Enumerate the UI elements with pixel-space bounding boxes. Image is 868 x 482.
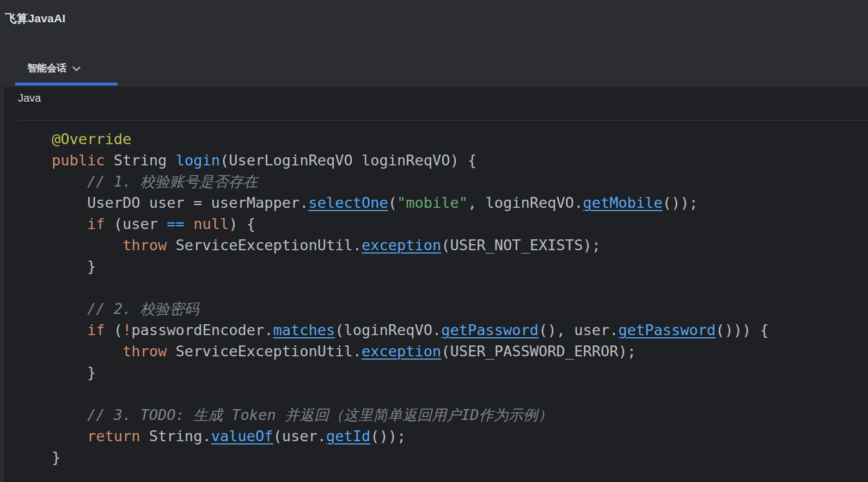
code-token: String [105, 152, 176, 169]
code-token: "mobile" [397, 194, 468, 211]
code-token: == [167, 215, 185, 232]
code-token: (loginReqVO. [335, 322, 441, 338]
code-token: ( [105, 322, 123, 338]
code-token: throw [123, 237, 167, 254]
code-line: } [16, 362, 868, 383]
code-token: if [87, 322, 105, 338]
code-token: (UserLoginReqVO loginReqVO) { [220, 152, 476, 169]
code-block: Java @Override public String login(UserL… [4, 87, 868, 482]
code-line: } [16, 447, 868, 468]
code-token: (user. [273, 428, 326, 444]
code-token: // 2. 校验密码 [16, 300, 199, 317]
code-token: , loginReqVO. [468, 194, 583, 211]
code-token: } [16, 449, 60, 466]
code-token [16, 322, 87, 338]
code-token: // 1. 校验账号是否存在 [16, 173, 258, 190]
code-token: ServiceExceptionUtil. [167, 343, 362, 360]
code-token: selectOne [308, 194, 388, 211]
code-token: valueOf [211, 428, 273, 444]
code-token: (), user. [539, 322, 618, 338]
code-line: @Override [16, 128, 868, 150]
code-token: getMobile [583, 194, 662, 211]
code-token: passwordEncoder. [131, 322, 273, 338]
code-token: ()); [663, 194, 698, 211]
code-content: @Override public String login(UserLoginR… [16, 128, 868, 468]
code-token: (USER_PASSWORD_ERROR); [441, 343, 636, 360]
code-token: @Override [52, 131, 131, 147]
code-token: UserDO user = userMapper. [16, 194, 308, 211]
code-line: return String.valueOf(user.getId()); [16, 425, 868, 447]
code-token: ) { [229, 215, 255, 232]
app-title: 飞算JavaAI [5, 11, 65, 26]
code-token: ServiceExceptionUtil. [167, 237, 362, 254]
code-token [16, 428, 87, 444]
code-token: ()); [370, 428, 406, 444]
code-line: throw ServiceExceptionUtil.exception(USE… [16, 234, 868, 256]
code-line [16, 383, 868, 404]
code-line: // 3. TODO: 生成 Token 并返回（这里简单返回用户ID作为示例） [16, 404, 868, 425]
chevron-down-icon[interactable] [72, 66, 81, 72]
code-token: login [176, 152, 220, 169]
code-token: ())) { [716, 322, 769, 338]
code-token: if [87, 215, 105, 232]
code-token [16, 131, 52, 147]
code-token: matches [273, 322, 335, 338]
code-token: getPassword [441, 322, 539, 338]
code-token: // 3. TODO: 生成 Token 并返回（这里简单返回用户ID作为示例） [16, 406, 552, 423]
code-token [16, 343, 123, 360]
code-line [16, 277, 868, 298]
code-token: throw [123, 343, 167, 360]
code-line: if (!passwordEncoder.matches(loginReqVO.… [16, 319, 868, 341]
code-token: getPassword [618, 322, 716, 338]
code-token: exception [362, 237, 441, 254]
code-token: public [52, 152, 105, 169]
code-token: ! [123, 322, 131, 338]
code-line: // 1. 校验账号是否存在 [16, 171, 868, 192]
code-token: } [16, 258, 96, 275]
app-window: 飞算JavaAI 智能会话 Java @Override public Stri… [0, 0, 868, 482]
code-line: UserDO user = userMapper.selectOne("mobi… [16, 192, 868, 213]
tab-smart-conversation[interactable]: 智能会话 [15, 53, 93, 83]
code-header-divider [17, 120, 868, 121]
code-token: (USER_NOT_EXISTS); [441, 237, 601, 254]
code-line: // 2. 校验密码 [16, 298, 868, 319]
code-token: null [193, 215, 229, 232]
active-tab-indicator [15, 83, 118, 85]
code-token: (user [105, 215, 167, 232]
code-token [16, 152, 52, 169]
code-line: if (user == null) { [16, 213, 868, 234]
code-token: getId [326, 428, 370, 444]
code-line: throw ServiceExceptionUtil.exception(USE… [16, 341, 868, 362]
code-token: ( [388, 194, 397, 211]
code-language-label: Java [18, 92, 41, 104]
tab-smart-conversation-label: 智能会话 [27, 61, 66, 75]
code-token: } [16, 364, 96, 381]
code-token: exception [362, 343, 441, 360]
code-token [16, 215, 87, 232]
code-token [185, 215, 193, 232]
code-line: } [16, 256, 868, 277]
code-token [16, 237, 123, 254]
code-line: public String login(UserLoginReqVO login… [16, 150, 868, 171]
code-token: return [87, 428, 140, 444]
code-token: String. [140, 428, 211, 444]
